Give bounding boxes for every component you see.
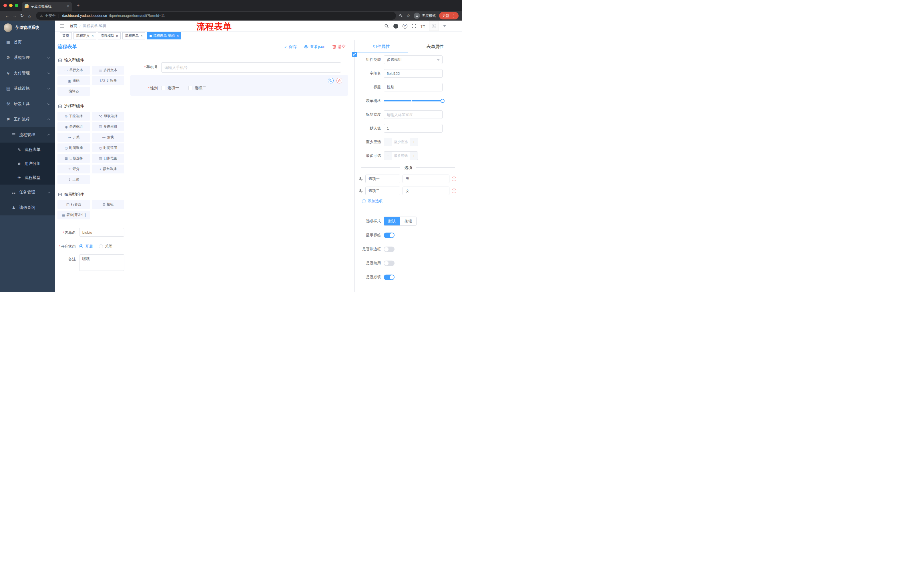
stepper-plus-button[interactable]: + <box>410 138 418 146</box>
sidebar-item[interactable]: ☻ 用户分组 <box>0 156 55 171</box>
palette-item[interactable]: ◴ 时间选择 <box>58 143 90 152</box>
browser-tab[interactable]: 芋道管理系统 × <box>22 2 72 11</box>
link-icon[interactable] <box>352 52 357 57</box>
component-type-select[interactable]: 多选框组 <box>384 56 442 64</box>
clear-button[interactable]: 清空 <box>332 44 346 49</box>
security-label[interactable]: 不安全 <box>45 13 56 18</box>
search-icon[interactable] <box>384 24 389 29</box>
sidebar-item[interactable]: ¥ 支付管理 <box>0 66 55 81</box>
delete-component-button[interactable] <box>337 78 342 84</box>
palette-item[interactable]: 123 计数器 <box>92 76 124 85</box>
sidebar-item[interactable]: ♟ 请假查询 <box>0 200 55 216</box>
toggle-switch[interactable] <box>384 233 394 238</box>
palette-item[interactable]: ☆ 评分 <box>58 165 90 173</box>
inspector-tab[interactable]: 组件属性 <box>355 40 408 53</box>
palette-item[interactable]: ⌥ 级联选择 <box>92 112 124 120</box>
stepper-minus-button[interactable]: − <box>384 138 392 146</box>
github-icon[interactable] <box>393 24 398 29</box>
drag-handle-icon[interactable] <box>358 176 363 181</box>
option-label-input[interactable] <box>365 174 400 183</box>
drag-handle-icon[interactable] <box>358 189 363 193</box>
label-width-input[interactable] <box>384 110 442 119</box>
tag-close-icon[interactable]: × <box>140 34 143 38</box>
close-window-button[interactable] <box>3 4 7 7</box>
toggle-switch[interactable] <box>384 247 394 252</box>
tag-close-icon[interactable]: × <box>177 34 179 38</box>
hamburger-icon[interactable] <box>60 23 65 29</box>
segmented-button[interactable]: 按钮 <box>400 217 416 225</box>
title-input[interactable] <box>384 83 442 91</box>
tab-close-icon[interactable]: × <box>67 4 69 8</box>
sidebar-item[interactable]: ⚒ 研发工具 <box>0 96 55 112</box>
browser-menu-icon[interactable]: ⋮ <box>452 14 455 18</box>
slider-handle[interactable] <box>441 99 445 103</box>
segmented-button[interactable]: 默认 <box>384 217 400 225</box>
stepper-plus-button[interactable]: + <box>410 152 418 160</box>
back-icon[interactable]: ← <box>3 13 11 18</box>
fullscreen-icon[interactable] <box>412 24 416 28</box>
password-key-icon[interactable] <box>399 14 403 18</box>
option-value-input[interactable] <box>403 187 449 195</box>
copy-component-button[interactable] <box>328 78 333 84</box>
field-name-input[interactable] <box>384 69 442 78</box>
tag[interactable]: 流程定义 × <box>73 32 96 39</box>
font-size-icon[interactable]: TT <box>421 24 425 29</box>
avatar-caret-icon[interactable] <box>443 25 446 27</box>
palette-item[interactable]: ▥ 日期范围 <box>92 154 124 163</box>
stepper-value[interactable]: 最多可选 <box>392 152 410 160</box>
grid-slider[interactable] <box>384 97 442 105</box>
palette-item[interactable]: ▦ 日期选择 <box>58 154 90 163</box>
view-json-button[interactable]: 查看json <box>304 44 325 49</box>
palette-item[interactable]: ⊙ 下拉选择 <box>58 112 90 120</box>
palette-item[interactable]: ☰ 多行文本 <box>92 66 124 74</box>
sidebar-item[interactable]: ✎ 流程表单 <box>0 143 55 156</box>
avatar[interactable] <box>429 21 439 31</box>
remove-option-icon[interactable]: − <box>452 176 456 181</box>
address-bar[interactable]: ⚠ 不安全 dashboard.yudao.iocoder.cn /bpm/ma… <box>36 12 396 20</box>
palette-item[interactable]: ◫ 行容器 <box>58 200 90 209</box>
sidebar-item[interactable]: ▤ 基础设施 <box>0 81 55 96</box>
form-remark-textarea[interactable]: 嘿嘿 <box>79 254 124 271</box>
maximize-window-button[interactable] <box>15 4 18 7</box>
selected-component-block[interactable]: *性别 选项一 <box>130 75 348 96</box>
help-icon[interactable]: ? <box>403 24 408 29</box>
tag-close-icon[interactable]: × <box>91 34 94 38</box>
home-icon[interactable]: ⌂ <box>26 13 33 18</box>
sidebar-item[interactable]: ⚑ 工作流程 <box>0 112 55 127</box>
tag-close-icon[interactable]: × <box>116 34 118 38</box>
option-value-input[interactable] <box>403 174 449 183</box>
tag[interactable]: 流程模型 × <box>98 32 121 39</box>
palette-item[interactable]: ⇪ 上传 <box>58 175 90 184</box>
sidebar-item[interactable]: ☰ 流程管理 <box>0 127 55 143</box>
option-label-input[interactable] <box>365 187 400 195</box>
add-option-button[interactable]: + 添加选项 <box>355 199 462 204</box>
status-off-radio[interactable]: 关闭 <box>99 242 112 249</box>
default-value-input[interactable] <box>384 124 442 133</box>
toggle-switch[interactable] <box>384 275 394 280</box>
form-name-input[interactable] <box>79 228 124 237</box>
new-tab-button[interactable]: + <box>77 2 80 8</box>
sidebar-item[interactable]: ⚙ 系统管理 <box>0 50 55 66</box>
palette-item[interactable]: ▦ 表格[开发中] <box>58 211 90 219</box>
palette-item[interactable]: ☑ 多选框组 <box>92 122 124 131</box>
slider-track[interactable] <box>384 100 442 102</box>
palette-item[interactable]: ◉ 单选框组 <box>58 122 90 131</box>
remove-option-icon[interactable]: − <box>452 189 456 193</box>
reload-icon[interactable]: ↻ <box>18 13 26 18</box>
stepper-value[interactable]: 至少应选 <box>392 138 410 146</box>
palette-item[interactable]: ⊶ 开关 <box>58 133 90 142</box>
status-on-radio[interactable]: 开启 <box>79 242 92 249</box>
save-button[interactable]: ✓ 保存 <box>284 44 297 49</box>
tag[interactable]: 流程表单 × <box>122 32 145 39</box>
bookmark-star-icon[interactable]: ☆ <box>406 13 410 18</box>
inspector-tab[interactable]: 表单属性 <box>408 40 462 53</box>
checkbox-option[interactable]: 选项一 <box>161 86 179 90</box>
phone-input[interactable] <box>161 62 341 72</box>
tag[interactable]: 流程表单-编辑 × <box>147 32 182 39</box>
breadcrumb-home[interactable]: 首页 <box>70 23 77 29</box>
sidebar-logo[interactable]: 芋道管理系统 <box>0 21 55 35</box>
palette-item[interactable]: ◐ 颜色选择 <box>92 165 124 173</box>
sidebar-item[interactable]: ⚏ 任务管理 <box>0 184 55 200</box>
tag[interactable]: 首页 × <box>60 32 72 39</box>
checkbox-icon[interactable] <box>188 86 192 90</box>
